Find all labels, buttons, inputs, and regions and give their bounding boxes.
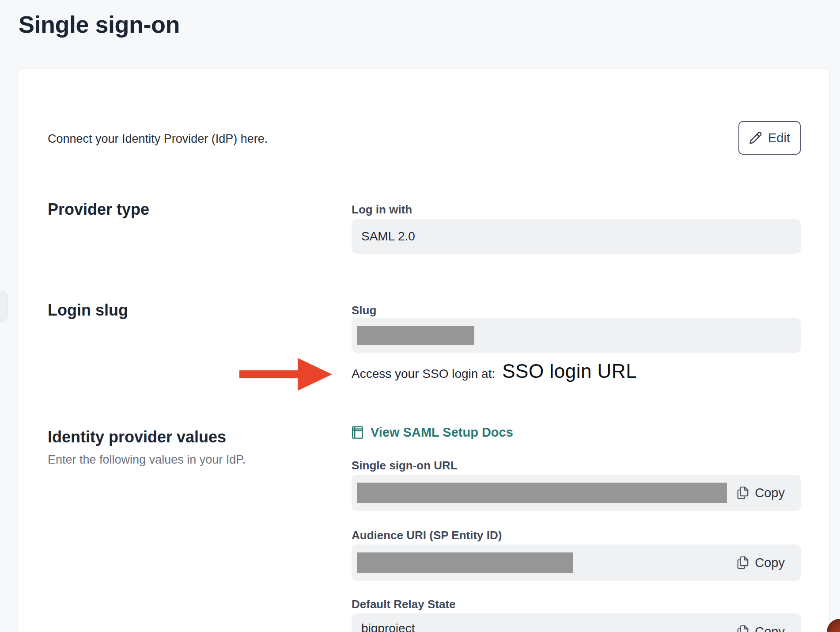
default-relay-state-label: Default Relay State: [352, 598, 456, 611]
annotation-arrow-icon: [239, 358, 332, 391]
audience-uri-field[interactable]: Copy: [352, 544, 801, 581]
idp-values-subheading: Enter the following values in your IdP.: [48, 453, 246, 467]
book-icon: [352, 426, 363, 439]
view-saml-docs-label: View SAML Setup Docs: [371, 425, 513, 440]
provider-type-value: SAML 2.0: [361, 229, 415, 244]
access-login-row: Access your SSO login at:SSO login URL: [352, 360, 637, 382]
copy-relay-state-button[interactable]: Copy: [737, 624, 785, 632]
intro-text: Connect your Identity Provider (IdP) her…: [48, 132, 268, 146]
slug-field[interactable]: [352, 318, 801, 353]
provider-type-heading: Provider type: [48, 200, 149, 219]
sso-url-field[interactable]: Copy: [352, 475, 801, 511]
copy-button-label: Copy: [755, 556, 785, 570]
copy-audience-uri-button[interactable]: Copy: [737, 556, 785, 570]
sso-login-url-placeholder: SSO login URL: [502, 360, 637, 382]
idp-values-heading: Identity provider values: [48, 428, 226, 446]
edit-button[interactable]: Edit: [738, 121, 801, 155]
login-with-label: Log in with: [352, 203, 412, 217]
sso-settings-card: Connect your Identity Provider (IdP) her…: [18, 69, 829, 632]
access-login-label: Access your SSO login at:: [352, 367, 495, 381]
edit-button-label: Edit: [768, 131, 790, 145]
sso-url-label: Single sign-on URL: [352, 459, 458, 472]
redacted-audience-uri-value: [357, 552, 573, 573]
redacted-slug-value: [357, 326, 474, 345]
pencil-icon: [749, 131, 762, 145]
copy-sso-url-button[interactable]: Copy: [737, 486, 785, 500]
copy-icon: [737, 486, 749, 500]
view-saml-docs-link[interactable]: View SAML Setup Docs: [352, 425, 513, 440]
copy-icon: [737, 556, 749, 570]
audience-uri-label: Audience URI (SP Entity ID): [352, 529, 502, 542]
slug-label: Slug: [352, 304, 376, 317]
copy-button-label: Copy: [755, 486, 785, 500]
provider-type-field[interactable]: SAML 2.0: [352, 219, 801, 254]
drawer-handle[interactable]: [0, 291, 8, 322]
copy-button-label: Copy: [755, 624, 785, 632]
login-slug-heading: Login slug: [48, 301, 128, 320]
page-title: Single sign-on: [19, 11, 180, 38]
default-relay-state-field[interactable]: bigproject Copy: [352, 613, 801, 632]
copy-icon: [737, 625, 749, 632]
default-relay-state-value: bigproject: [361, 621, 415, 632]
redacted-sso-url-value: [357, 483, 727, 503]
